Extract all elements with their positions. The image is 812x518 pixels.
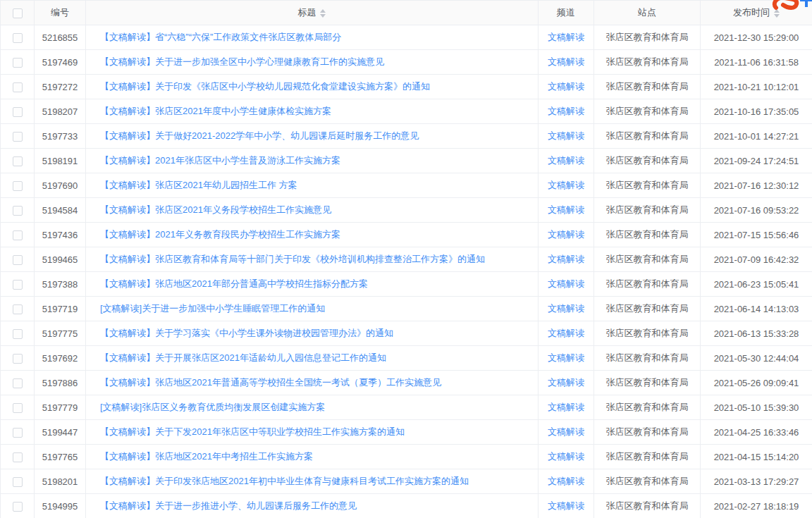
cell-select [1, 395, 35, 420]
title-link[interactable]: 【文稿解读】关于开展张店区2021年适龄幼儿入园信息登记工作的通知 [100, 352, 386, 363]
cell-select [1, 420, 35, 445]
cell-publish-time: 2021-02-27 18:18:19 [701, 494, 812, 518]
title-link[interactable]: 【文稿解读】关于下发2021年张店区中等职业学校招生工作实施方案的通知 [100, 426, 405, 437]
channel-link[interactable]: 文稿解读 [548, 303, 584, 314]
table-row: 5199465 【文稿解读】张店区教育和体育局等十部门关于印发《校外培训机构排查… [1, 247, 812, 272]
channel-link[interactable]: 文稿解读 [548, 130, 584, 141]
channel-link[interactable]: 文稿解读 [548, 352, 584, 363]
row-checkbox[interactable] [13, 329, 23, 339]
channel-link[interactable]: 文稿解读 [548, 328, 584, 338]
row-checkbox[interactable] [13, 354, 23, 364]
channel-link[interactable]: 文稿解读 [548, 278, 584, 289]
cell-title: 【文稿解读】关于做好2021-2022学年中小学、幼儿园课后延时服务工作的意见 [86, 124, 539, 149]
row-checkbox[interactable] [13, 206, 23, 216]
channel-link[interactable]: 文稿解读 [548, 254, 584, 264]
channel-link[interactable]: 文稿解读 [548, 204, 584, 215]
row-checkbox[interactable] [13, 107, 23, 117]
channel-link[interactable]: 文稿解读 [548, 155, 584, 166]
channel-link[interactable]: 文稿解读 [548, 402, 584, 412]
title-link[interactable]: 【文稿解读】张店区2021年度中小学生健康体检实施方案 [100, 106, 331, 116]
channel-link[interactable]: 文稿解读 [548, 500, 584, 511]
row-checkbox[interactable] [13, 378, 23, 388]
row-checkbox[interactable] [13, 255, 23, 265]
row-checkbox[interactable] [13, 132, 23, 142]
channel-link[interactable]: 文稿解读 [548, 180, 584, 190]
cell-channel: 文稿解读 [539, 25, 594, 50]
table-row: 5194995 【文稿解读】关于进一步推进小学、幼儿园课后服务工作的意见 文稿解… [1, 494, 812, 518]
cell-channel: 文稿解读 [539, 99, 594, 124]
cell-publish-time: 2021-10-21 10:12:01 [701, 75, 812, 99]
table-row: 5197775 【文稿解读】关于学习落实《中小学生课外读物进校园管理办法》的通知… [1, 321, 812, 346]
title-link[interactable]: 【文稿解读】张店区2021年幼儿园招生工作 方案 [100, 180, 297, 190]
row-checkbox[interactable] [13, 428, 23, 438]
title-link[interactable]: 【文稿解读】关于进一步加强全区中小学心理健康教育工作的实施意见 [100, 56, 384, 67]
title-link[interactable]: 【文稿解读】关于进一步推进小学、幼儿园课后服务工作的意见 [100, 500, 357, 511]
cell-id: 5197779 [35, 395, 86, 420]
row-checkbox[interactable] [13, 403, 23, 413]
channel-link[interactable]: 文稿解读 [548, 377, 584, 388]
title-link[interactable]: 【文稿解读】张店地区2021年普通高等学校招生全国统一考试（夏季）工作实施意见 [100, 377, 441, 388]
channel-link[interactable]: 文稿解读 [548, 426, 584, 437]
cell-id: 5197765 [35, 445, 86, 469]
header-label-site: 站点 [638, 7, 656, 18]
cell-select [1, 247, 35, 272]
title-link[interactable]: 【文稿解读】张店区教育和体育局等十部门关于印发《校外培训机构排查整治工作方案》的… [100, 254, 485, 264]
title-link[interactable]: 【文稿解读】关于印发张店地区2021年初中毕业生体育与健康科目考试工作实施方案的… [100, 476, 469, 486]
row-checkbox[interactable] [13, 477, 23, 487]
title-link[interactable]: 【文稿解读】2021年义务教育段民办学校招生工作实施方案 [100, 229, 340, 240]
header-label-title: 标题 [298, 7, 316, 18]
table-row: 5197469 【文稿解读】关于进一步加强全区中小学心理健康教育工作的实施意见 … [1, 50, 812, 75]
table-row: 5197779 [文稿解读]张店区义务教育优质均衡发展区创建实施方案 文稿解读 … [1, 395, 812, 420]
channel-link[interactable]: 文稿解读 [548, 81, 584, 92]
cell-site: 张店区教育和体育局 [594, 124, 701, 149]
cell-select [1, 346, 35, 371]
cell-id: 5199447 [35, 420, 86, 445]
cell-channel: 文稿解读 [539, 50, 594, 75]
title-link[interactable]: 【文稿解读】张店区2021年义务段学校招生工作实施意见 [100, 204, 331, 215]
cell-id: 5197272 [35, 75, 86, 99]
title-link[interactable]: 【文稿解读】张店地区2021年部分普通高中学校招生指标分配方案 [100, 278, 368, 289]
cell-site: 张店区教育和体育局 [594, 297, 701, 321]
title-link[interactable]: 【文稿解读】关于做好2021-2022学年中小学、幼儿园课后延时服务工作的意见 [100, 130, 419, 141]
title-link[interactable]: 【文稿解读】张店地区2021年中考招生工作实施方案 [100, 451, 313, 462]
cell-site: 张店区教育和体育局 [594, 494, 701, 518]
cell-site: 张店区教育和体育局 [594, 346, 701, 371]
cell-select [1, 272, 35, 297]
header-cell-title[interactable]: 标题 [86, 1, 539, 25]
channel-link[interactable]: 文稿解读 [548, 32, 584, 42]
channel-link[interactable]: 文稿解读 [548, 229, 584, 240]
plus-icon [800, 0, 812, 7]
channel-link[interactable]: 文稿解读 [548, 476, 584, 486]
title-link[interactable]: 【文稿解读】省“六稳”“六保”工作政策文件张店区教体局部分 [100, 32, 341, 42]
channel-link[interactable]: 文稿解读 [548, 56, 584, 67]
row-checkbox[interactable] [13, 502, 23, 512]
channel-link[interactable]: 文稿解读 [548, 451, 584, 462]
title-link[interactable]: 【文稿解读】2021年张店区中小学生普及游泳工作实施方案 [100, 155, 340, 166]
title-link[interactable]: 【文稿解读】关于学习落实《中小学生课外读物进校园管理办法》的通知 [100, 328, 393, 338]
title-link[interactable]: 【文稿解读】关于印发《张店区中小学校幼儿园规范化食堂建设实施方案》的通知 [100, 81, 430, 92]
header-label-channel: 频道 [557, 7, 575, 18]
row-checkbox[interactable] [13, 58, 23, 68]
row-checkbox[interactable] [13, 33, 23, 43]
cell-title: 【文稿解读】省“六稳”“六保”工作政策文件张店区教体局部分 [86, 25, 539, 50]
row-checkbox[interactable] [13, 280, 23, 290]
cell-title: 【文稿解读】张店地区2021年普通高等学校招生全国统一考试（夏季）工作实施意见 [86, 371, 539, 395]
floating-widget[interactable] [771, 0, 812, 11]
row-checkbox[interactable] [13, 452, 23, 462]
row-checkbox[interactable] [13, 181, 23, 191]
cell-id: 5198191 [35, 149, 86, 173]
channel-link[interactable]: 文稿解读 [548, 106, 584, 116]
select-all-checkbox[interactable] [13, 8, 23, 18]
table-row: 5197733 【文稿解读】关于做好2021-2022学年中小学、幼儿园课后延时… [1, 124, 812, 149]
cell-channel: 文稿解读 [539, 198, 594, 223]
row-checkbox[interactable] [13, 304, 23, 314]
table-row: 5197388 【文稿解读】张店地区2021年部分普通高中学校招生指标分配方案 … [1, 272, 812, 297]
row-checkbox[interactable] [13, 156, 23, 166]
sort-icon[interactable] [320, 9, 326, 18]
title-link[interactable]: [文稿解读]关于进一步加强中小学生睡眠管理工作的通知 [100, 303, 325, 314]
row-checkbox[interactable] [13, 82, 23, 92]
cell-site: 张店区教育和体育局 [594, 469, 701, 494]
title-link[interactable]: [文稿解读]张店区义务教育优质均衡发展区创建实施方案 [100, 402, 325, 412]
cell-channel: 文稿解读 [539, 223, 594, 247]
row-checkbox[interactable] [13, 230, 23, 240]
